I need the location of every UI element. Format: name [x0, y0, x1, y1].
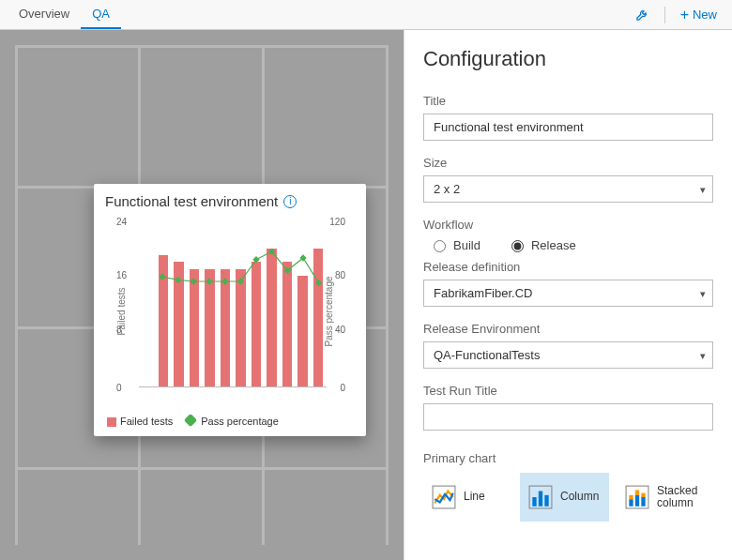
chart-type-picker: Line Column Stacked column [423, 473, 713, 522]
panel-heading: Configuration [423, 47, 713, 71]
dashboard-canvas[interactable]: Functional test environment i Failed tes… [0, 30, 404, 560]
tick-right-0: 0 [340, 383, 345, 393]
legend-pass: Pass percentage [186, 416, 279, 427]
svg-rect-18 [629, 495, 633, 499]
releasedef-label: Release definition [423, 260, 713, 274]
legend-failed: Failed tests [107, 416, 173, 427]
tick-left-8: 8 [116, 325, 122, 335]
chart-type-column[interactable]: Column [520, 473, 609, 522]
new-button-label: New [693, 8, 717, 22]
chart-area: Failed tests Pass percentage 24 16 8 0 1… [94, 213, 366, 410]
svg-rect-10 [315, 280, 322, 286]
chart-type-line[interactable]: Line [423, 473, 512, 522]
svg-rect-21 [641, 497, 645, 507]
info-icon[interactable]: i [283, 195, 297, 208]
tick-right-80: 80 [335, 270, 345, 280]
top-actions: + New [628, 4, 724, 26]
svg-rect-20 [635, 490, 639, 494]
svg-rect-2 [191, 278, 197, 284]
configure-button[interactable] [628, 4, 657, 25]
tick-left-0: 0 [116, 383, 122, 393]
releaseenv-label: Release Environment [423, 322, 713, 336]
square-icon [107, 417, 116, 427]
chart-type-stacked[interactable]: Stacked column [617, 473, 706, 522]
svg-rect-4 [221, 278, 228, 284]
releaseenv-select[interactable]: QA-FunctionalTests [423, 341, 713, 369]
tile-header: Functional test environment i [94, 184, 366, 213]
line-chart-icon [432, 485, 456, 509]
svg-rect-19 [635, 495, 639, 507]
top-bar: Overview QA + New [0, 0, 732, 30]
tab-strip: Overview QA [8, 0, 121, 29]
svg-rect-1 [175, 277, 181, 283]
primarychart-label: Primary chart [423, 451, 713, 465]
svg-rect-14 [539, 492, 542, 507]
svg-rect-15 [544, 495, 548, 507]
diamond-icon [184, 414, 197, 427]
svg-rect-17 [629, 499, 633, 507]
size-label: Size [423, 156, 713, 170]
tick-right-120: 120 [329, 217, 345, 227]
tick-left-16: 16 [116, 270, 127, 280]
title-label: Title [423, 94, 713, 108]
divider [664, 7, 665, 23]
plus-icon: + [680, 8, 689, 23]
testrun-input[interactable] [423, 403, 713, 431]
svg-rect-13 [532, 497, 536, 507]
workflow-release-radio[interactable]: Release [507, 237, 576, 252]
tick-left-24: 24 [116, 217, 127, 227]
tick-right-40: 40 [335, 325, 345, 335]
column-chart-icon [528, 485, 553, 509]
wrench-icon [635, 8, 649, 22]
chart-legend: Failed tests Pass percentage [94, 410, 366, 436]
stacked-column-chart-icon [625, 485, 649, 509]
workflow-radio-group: Build Release [423, 237, 713, 252]
tab-overview[interactable]: Overview [8, 0, 81, 29]
config-panel: Configuration Title Size 2 x 2 ▾ Workflo… [404, 30, 732, 560]
new-button[interactable]: + New [673, 4, 724, 26]
testrun-label: Test Run Title [423, 384, 713, 398]
svg-rect-3 [206, 278, 212, 284]
widget-tile[interactable]: Functional test environment i Failed tes… [94, 184, 366, 436]
tab-qa[interactable]: QA [81, 0, 121, 29]
size-select[interactable]: 2 x 2 [423, 175, 713, 203]
releasedef-select[interactable]: FabrikamFiber.CD [423, 280, 713, 307]
svg-rect-0 [159, 273, 165, 280]
workflow-build-radio[interactable]: Build [429, 237, 480, 252]
svg-rect-22 [641, 493, 645, 497]
tile-title: Functional test environment [105, 193, 278, 209]
workflow-label: Workflow [423, 218, 713, 232]
title-input[interactable] [423, 114, 713, 141]
